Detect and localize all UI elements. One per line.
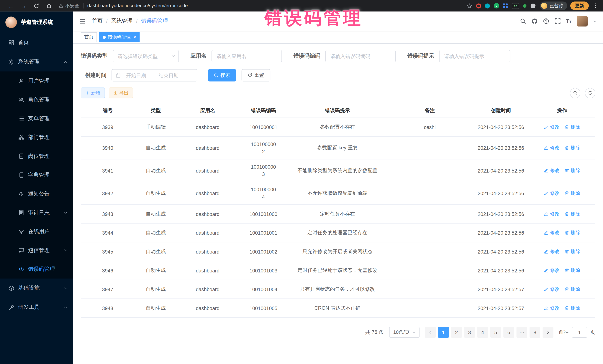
edit-link[interactable]: 修改 bbox=[544, 190, 560, 197]
paused-badge[interactable]: 已暂停 bbox=[540, 1, 567, 10]
prev-page-button[interactable] bbox=[425, 327, 436, 338]
app-name-input[interactable] bbox=[211, 50, 282, 62]
page-more-button[interactable]: ··· bbox=[517, 327, 527, 338]
goto-unit: 页 bbox=[590, 329, 595, 336]
edit-link[interactable]: 修改 bbox=[544, 230, 560, 236]
end-date-input[interactable] bbox=[155, 72, 182, 78]
breadcrumb-home[interactable]: 首页 bbox=[92, 18, 103, 24]
create-time-range-picker[interactable]: - bbox=[112, 69, 197, 81]
github-icon[interactable] bbox=[531, 18, 537, 24]
page-button-6[interactable]: 6 bbox=[503, 327, 514, 338]
sidebar-item-user-management[interactable]: 用户管理 bbox=[0, 72, 73, 90]
export-button[interactable]: 导出 bbox=[109, 88, 133, 99]
edit-link[interactable]: 修改 bbox=[544, 267, 560, 274]
font-size-icon[interactable]: TT bbox=[566, 18, 571, 24]
sidebar-item-dept-management[interactable]: 部门管理 bbox=[0, 128, 73, 147]
forward-button[interactable]: → bbox=[21, 3, 26, 9]
edit-link[interactable]: 修改 bbox=[544, 248, 560, 255]
tab-error-code[interactable]: 错误码管理 × bbox=[99, 32, 140, 42]
sidebar-item-system-management[interactable]: 系统管理 bbox=[0, 52, 73, 72]
trash-icon bbox=[565, 306, 569, 310]
sidebar-item-post-management[interactable]: 岗位管理 bbox=[0, 147, 73, 166]
edit-link[interactable]: 修改 bbox=[544, 305, 560, 311]
help-icon[interactable] bbox=[543, 18, 549, 24]
error-code-field bbox=[325, 50, 396, 62]
breadcrumb-system[interactable]: 系统管理 bbox=[111, 18, 133, 24]
error-type-input[interactable] bbox=[113, 50, 179, 62]
edit-icon bbox=[544, 287, 548, 292]
reload-button[interactable] bbox=[33, 3, 39, 9]
add-button[interactable]: 新增 bbox=[81, 88, 105, 99]
page-button-2[interactable]: 2 bbox=[451, 327, 462, 338]
edit-link[interactable]: 修改 bbox=[544, 286, 560, 292]
error-type-select[interactable] bbox=[113, 50, 179, 62]
update-button[interactable]: 更新 bbox=[570, 1, 589, 10]
delete-link[interactable]: 删除 bbox=[565, 286, 580, 292]
delete-link[interactable]: 删除 bbox=[565, 248, 580, 255]
tab-home[interactable]: 首页 bbox=[81, 32, 97, 42]
extension-icon-on-badge[interactable]: on bbox=[512, 3, 519, 9]
delete-link[interactable]: 删除 bbox=[565, 167, 580, 174]
extension-icon-teal[interactable] bbox=[485, 3, 490, 8]
refresh-table-button[interactable] bbox=[585, 88, 595, 98]
logo[interactable]: 芋道管理系统 bbox=[0, 11, 73, 33]
extension-icon-green-v[interactable]: V bbox=[494, 3, 499, 9]
page-button-4[interactable]: 4 bbox=[477, 327, 488, 338]
start-date-input[interactable] bbox=[122, 72, 150, 78]
delete-link[interactable]: 删除 bbox=[565, 230, 580, 236]
delete-link[interactable]: 删除 bbox=[565, 190, 580, 197]
home-button[interactable] bbox=[46, 3, 52, 9]
extension-icon-blue-grid[interactable] bbox=[503, 3, 508, 8]
page-button-8[interactable]: 8 bbox=[530, 327, 540, 338]
extension-icon-green-dot[interactable] bbox=[523, 4, 527, 8]
browser-menu-icon[interactable]: ⋮ bbox=[593, 2, 598, 9]
extension-icon-red-ring[interactable] bbox=[476, 3, 481, 8]
page-button-1[interactable]: 1 bbox=[438, 327, 449, 338]
sidebar-item-role-management[interactable]: 角色管理 bbox=[0, 90, 73, 109]
delete-link[interactable]: 删除 bbox=[565, 305, 580, 311]
search-button[interactable]: 搜索 bbox=[208, 69, 236, 81]
goto-page-input[interactable] bbox=[572, 327, 587, 338]
delete-link[interactable]: 删除 bbox=[565, 211, 580, 217]
hamburger-icon[interactable] bbox=[79, 18, 86, 24]
error-hint-input[interactable] bbox=[439, 50, 510, 62]
back-button[interactable]: ← bbox=[8, 3, 14, 9]
sidebar-item-dev-tools[interactable]: 研发工具 bbox=[0, 298, 73, 317]
avatar-caret-icon[interactable] bbox=[593, 19, 597, 23]
bookmark-star-icon[interactable] bbox=[466, 3, 472, 9]
sidebar-item-notice[interactable]: 通知公告 bbox=[0, 184, 73, 203]
reset-button[interactable]: 重置 bbox=[242, 69, 270, 81]
edit-link[interactable]: 修改 bbox=[544, 144, 560, 151]
gear-icon bbox=[9, 59, 14, 65]
page-button-3[interactable]: 3 bbox=[464, 327, 475, 338]
user-avatar[interactable] bbox=[577, 16, 588, 26]
cell-memo bbox=[386, 223, 473, 242]
error-code-input[interactable] bbox=[325, 50, 396, 62]
delete-link[interactable]: 删除 bbox=[565, 267, 580, 274]
sidebar-item-home[interactable]: 首页 bbox=[0, 33, 73, 52]
sidebar-item-dict-management[interactable]: 字典管理 bbox=[0, 165, 73, 184]
edit-link[interactable]: 修改 bbox=[544, 211, 560, 217]
sidebar-item-menu-management[interactable]: 菜单管理 bbox=[0, 109, 73, 128]
sidebar-item-infrastructure[interactable]: 基础设施 bbox=[0, 278, 73, 298]
edit-link[interactable]: 修改 bbox=[544, 124, 560, 130]
sidebar-item-error-code-management[interactable]: 错误码管理 bbox=[0, 260, 73, 278]
sidebar-item-online-users[interactable]: 在线用户 bbox=[0, 222, 73, 241]
extensions-puzzle-icon[interactable] bbox=[530, 3, 536, 9]
toggle-search-button[interactable] bbox=[570, 88, 580, 98]
page-size-select[interactable]: 10条/页 bbox=[389, 327, 420, 338]
cell-time: 2021-04-20 23:52:57 bbox=[473, 299, 529, 317]
edit-link[interactable]: 修改 bbox=[544, 167, 560, 174]
header-search-icon[interactable] bbox=[520, 18, 526, 24]
chevron-down-icon bbox=[63, 305, 68, 309]
fullscreen-icon[interactable] bbox=[555, 18, 561, 24]
address-bar[interactable]: 不安全 dashboard.yudao.iocoder.cn/system/er… bbox=[58, 2, 463, 9]
page-button-5[interactable]: 5 bbox=[490, 327, 501, 338]
delete-link[interactable]: 删除 bbox=[565, 124, 580, 130]
close-tab-icon[interactable]: × bbox=[133, 35, 136, 39]
next-page-button[interactable] bbox=[543, 327, 554, 338]
delete-link[interactable]: 删除 bbox=[565, 144, 580, 151]
sidebar-item-sms-management[interactable]: 短信管理 bbox=[0, 241, 73, 260]
sidebar-item-audit-log[interactable]: 审计日志 bbox=[0, 203, 73, 222]
cell-type: 自动生成 bbox=[135, 182, 177, 204]
